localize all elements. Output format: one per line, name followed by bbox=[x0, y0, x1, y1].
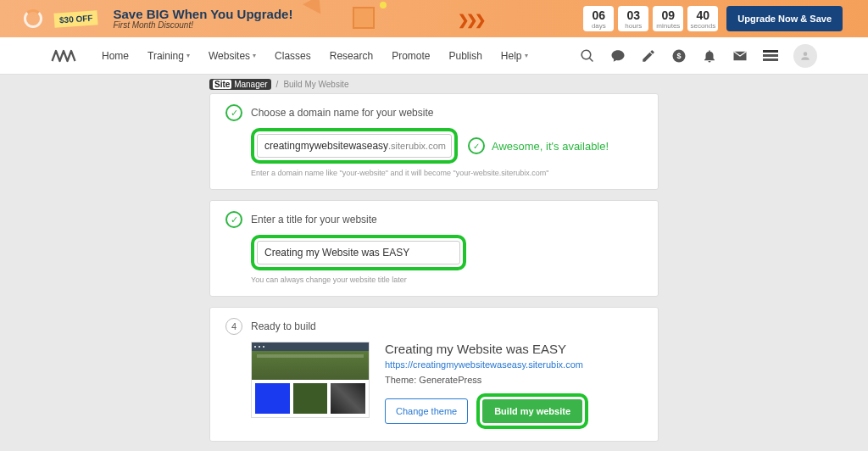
nav-icons: $ bbox=[580, 44, 817, 68]
check-icon: ✓ bbox=[225, 211, 242, 228]
availability-indicator: ✓ Awesome, it's available! bbox=[468, 137, 609, 154]
navbar: Home Training▾ Websites▾ Classes Researc… bbox=[0, 37, 868, 75]
site-url[interactable]: https://creatingmywebsitewaseasy.siterub… bbox=[385, 359, 643, 370]
ready-panel-title: Ready to build bbox=[251, 320, 316, 332]
decor-triangle bbox=[303, 0, 328, 14]
promo-headline: Save BIG When You Upgrade! bbox=[113, 8, 292, 21]
breadcrumb: Site Manager / Build My Website bbox=[209, 79, 659, 90]
breadcrumb-current: Build My Website bbox=[283, 80, 348, 89]
countdown-seconds: 40seconds bbox=[687, 6, 718, 31]
main-content: Site Manager / Build My Website ✓ Choose… bbox=[209, 79, 659, 442]
countdown-minutes: 09minutes bbox=[653, 6, 683, 31]
avatar[interactable] bbox=[793, 44, 817, 68]
countdown-hours: 03hours bbox=[618, 6, 648, 31]
mail-icon[interactable] bbox=[732, 50, 748, 62]
panel-ready: 4 Ready to build Creating my Website was… bbox=[209, 307, 659, 442]
decor-square bbox=[353, 7, 375, 29]
check-icon: ✓ bbox=[468, 137, 485, 154]
promo-text: Save BIG When You Upgrade! First Month D… bbox=[113, 8, 292, 31]
nav-publish[interactable]: Publish bbox=[448, 50, 481, 62]
spinner-icon bbox=[24, 9, 42, 28]
svg-text:$: $ bbox=[676, 52, 681, 60]
title-highlight: Creating my Website was EASY bbox=[251, 235, 466, 270]
dollar-icon[interactable]: $ bbox=[671, 48, 687, 64]
decor-chevrons: ❯❯❯ bbox=[458, 12, 483, 28]
promo-bar: $30 OFF Save BIG When You Upgrade! First… bbox=[0, 0, 868, 37]
domain-panel-title: Choose a domain name for your website bbox=[251, 107, 433, 119]
domain-input[interactable]: creatingmywebsitewaseasy .siterubix.com bbox=[257, 134, 452, 158]
nav-help[interactable]: Help▾ bbox=[501, 50, 528, 62]
domain-suffix: .siterubix.com bbox=[388, 141, 446, 151]
ready-info: Creating my Website was EASY https://cre… bbox=[385, 342, 643, 429]
nav-promote[interactable]: Promote bbox=[392, 50, 430, 62]
upgrade-button[interactable]: Upgrade Now & Save bbox=[726, 6, 843, 31]
search-icon[interactable] bbox=[580, 48, 595, 64]
decor-dot bbox=[380, 2, 387, 8]
logo[interactable] bbox=[51, 47, 76, 65]
build-website-button[interactable]: Build my website bbox=[482, 399, 582, 423]
check-icon: ✓ bbox=[225, 104, 242, 121]
theme-thumbnail[interactable] bbox=[251, 342, 370, 418]
menu-icon[interactable] bbox=[763, 50, 778, 61]
domain-hint: Enter a domain name like "your-website" … bbox=[251, 169, 643, 177]
site-title: Creating my Website was EASY bbox=[385, 342, 643, 356]
chat-icon[interactable] bbox=[610, 48, 626, 64]
pen-icon[interactable] bbox=[641, 48, 656, 64]
nav-links: Home Training▾ Websites▾ Classes Researc… bbox=[102, 50, 528, 62]
chevron-down-icon: ▾ bbox=[186, 52, 190, 59]
panel-domain: ✓ Choose a domain name for your website … bbox=[209, 93, 659, 190]
change-theme-button[interactable]: Change theme bbox=[385, 398, 468, 424]
nav-websites[interactable]: Websites▾ bbox=[209, 50, 256, 62]
countdown-days: 06days bbox=[583, 6, 614, 31]
promo-sub: First Month Discount! bbox=[113, 20, 292, 30]
theme-label: Theme: GeneratePress bbox=[385, 375, 643, 385]
nav-training[interactable]: Training▾ bbox=[147, 50, 190, 62]
site-tag: Site Manager bbox=[209, 79, 271, 90]
chevron-down-icon: ▾ bbox=[525, 52, 528, 59]
title-panel-title: Enter a title for your website bbox=[251, 214, 377, 226]
bell-icon[interactable] bbox=[702, 48, 717, 64]
domain-highlight: creatingmywebsitewaseasy .siterubix.com bbox=[251, 128, 458, 164]
chevron-down-icon: ▾ bbox=[253, 52, 256, 59]
step-number: 4 bbox=[225, 318, 242, 335]
nav-research[interactable]: Research bbox=[330, 50, 373, 62]
countdown: 06days 03hours 09minutes 40seconds bbox=[583, 6, 718, 31]
title-hint: You can always change your website title… bbox=[251, 276, 643, 284]
panel-title: ✓ Enter a title for your website Creatin… bbox=[209, 200, 659, 297]
discount-badge: $30 OFF bbox=[53, 10, 98, 28]
nav-classes[interactable]: Classes bbox=[275, 50, 311, 62]
website-title-input[interactable]: Creating my Website was EASY bbox=[257, 241, 460, 264]
nav-home[interactable]: Home bbox=[102, 50, 129, 62]
build-highlight: Build my website bbox=[476, 393, 588, 429]
